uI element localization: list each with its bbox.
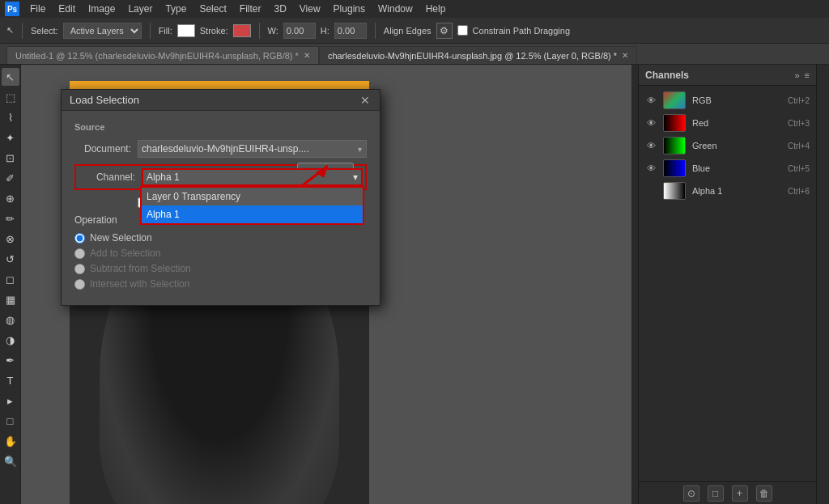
document-row: Document: charlesdeluvio-Mv9hjnEUIHR4-un…	[74, 140, 367, 158]
channel-label: Channel:	[79, 172, 135, 183]
separator-4	[375, 23, 376, 39]
operation-intersect-row: Intersect with Selection	[74, 278, 367, 290]
menu-layer[interactable]: Layer	[122, 2, 158, 16]
channel-alpha1[interactable]: 👁 Alpha 1 Ctrl+6	[639, 180, 816, 202]
menu-3d[interactable]: 3D	[268, 2, 291, 16]
scroll-hint	[631, 65, 638, 504]
radio-intersect-selection-label: Intersect with Selection	[90, 278, 189, 290]
channel-red-name: Red	[692, 118, 781, 128]
width-label: W:	[268, 26, 278, 36]
fill-color[interactable]	[177, 24, 195, 37]
select-dropdown[interactable]: Active Layers	[63, 23, 142, 39]
channel-green[interactable]: 👁 Green Ctrl+4	[639, 134, 816, 157]
menu-filter[interactable]: Filter	[234, 2, 267, 16]
dialog-titlebar: Load Selection ✕	[62, 90, 380, 111]
blur-tool[interactable]: ◍	[2, 311, 19, 328]
brush-tool[interactable]: ✏	[2, 210, 19, 227]
menu-select[interactable]: Select	[193, 2, 232, 16]
stroke-color[interactable]	[233, 24, 251, 37]
radio-new-selection[interactable]	[74, 233, 85, 244]
panel-expand-icon[interactable]: »	[794, 70, 799, 80]
eyedropper-tool[interactable]: ✐	[2, 169, 19, 187]
document-select-wrapper: charlesdeluvio-Mv9hjnEUIHR4-unsp.... ▾	[138, 140, 367, 158]
zoom-tool[interactable]: 🔍	[2, 452, 19, 470]
tab-active-label: charlesdeluvio-Mv9hjnEUIHR4-unsplash.jpg…	[328, 51, 617, 61]
crop-tool[interactable]: ⊡	[2, 149, 19, 167]
panel-header-icons: » ≡	[794, 70, 810, 80]
channel-rgb[interactable]: 👁 RGB Ctrl+2	[639, 89, 816, 112]
move-tool[interactable]: ↖	[2, 68, 19, 86]
dodge-tool[interactable]: ◑	[2, 331, 19, 349]
menu-edit[interactable]: Edit	[53, 2, 81, 16]
channel-selected-value: Alpha 1	[147, 172, 180, 183]
dialog-close-button[interactable]: ✕	[359, 94, 372, 107]
gear-icon[interactable]: ⚙	[436, 23, 453, 39]
channel-green-name: Green	[692, 141, 781, 150]
menu-window[interactable]: Window	[372, 2, 419, 16]
radio-add-selection[interactable]	[74, 248, 85, 259]
constrain-label: Constrain Path Dragging	[473, 26, 570, 36]
stroke-label: Stroke:	[200, 26, 228, 36]
far-right-strip	[816, 65, 829, 504]
align-edges-label: Align Edges	[384, 26, 432, 36]
channel-option-alpha1[interactable]: Alpha 1	[142, 205, 363, 223]
channel-alpha1-thumb	[663, 182, 686, 200]
channel-alpha1-visibility[interactable]: 👁	[645, 185, 657, 197]
panel-menu-icon[interactable]: ≡	[805, 70, 810, 80]
history-brush-tool[interactable]: ↺	[2, 250, 19, 268]
channel-blue-visibility[interactable]: 👁	[645, 163, 657, 174]
fill-label: Fill:	[159, 26, 172, 36]
source-section-label: Source	[74, 122, 367, 132]
channel-blue-thumb	[663, 159, 686, 177]
menu-view[interactable]: View	[294, 2, 326, 16]
menu-type[interactable]: Type	[159, 2, 192, 16]
delete-channel-btn[interactable]: 🗑	[756, 485, 772, 502]
dotted-circle-btn[interactable]: ⊙	[683, 485, 699, 502]
marquee-tool[interactable]: ⬚	[2, 88, 19, 106]
tab-untitled-close[interactable]: ✕	[304, 51, 310, 60]
clone-stamp-tool[interactable]: ⊗	[2, 230, 19, 248]
radio-intersect-selection[interactable]	[74, 279, 85, 290]
radio-subtract-selection[interactable]	[74, 264, 85, 274]
healing-brush-tool[interactable]: ⊕	[2, 189, 19, 207]
channel-dropdown-wrapper: Alpha 1 ▾ Layer 0 Transparency Alpha 1	[142, 168, 363, 186]
radio-add-selection-label: Add to Selection	[90, 248, 160, 259]
constrain-checkbox[interactable]	[457, 25, 468, 36]
width-input[interactable]	[283, 23, 316, 39]
new-channel-btn[interactable]: +	[732, 485, 748, 502]
pen-tool[interactable]: ✒	[2, 351, 19, 369]
dialog-title: Load Selection	[70, 94, 139, 106]
eraser-tool[interactable]: ◻	[2, 270, 19, 288]
channel-option-transparency[interactable]: Layer 0 Transparency	[142, 188, 363, 205]
channels-bottom-toolbar: ⊙ □ + 🗑	[639, 481, 816, 504]
channel-red-visibility[interactable]: 👁	[645, 117, 657, 129]
save-selection-btn[interactable]: □	[708, 485, 724, 502]
channel-green-visibility[interactable]: 👁	[645, 140, 657, 151]
load-selection-dialog[interactable]: Load Selection ✕ OK Cancel Source Docume…	[61, 89, 380, 306]
path-selection-tool[interactable]: ▸	[2, 392, 19, 409]
channel-blue[interactable]: 👁 Blue Ctrl+5	[639, 157, 816, 180]
magic-wand-tool[interactable]: ✦	[2, 129, 19, 146]
hand-tool[interactable]: ✋	[2, 432, 19, 450]
menu-image[interactable]: Image	[83, 2, 121, 16]
menu-file[interactable]: File	[24, 2, 51, 16]
lasso-tool[interactable]: ⌇	[2, 108, 19, 126]
tab-active-close[interactable]: ✕	[622, 51, 628, 60]
tab-untitled[interactable]: Untitled-1 @ 12.5% (charlesdeluvio-Mv9hj…	[6, 46, 319, 64]
radio-new-selection-label: New Selection	[90, 232, 152, 244]
eye-icon-rgb: 👁	[647, 95, 656, 105]
channel-red[interactable]: 👁 Red Ctrl+3	[639, 112, 816, 134]
rectangle-tool[interactable]: □	[2, 412, 19, 430]
gradient-tool[interactable]: ▦	[2, 290, 19, 308]
channel-display[interactable]: Alpha 1 ▾	[142, 168, 363, 186]
height-input[interactable]	[334, 23, 367, 39]
menu-help[interactable]: Help	[420, 2, 452, 16]
operation-add-row: Add to Selection	[74, 248, 367, 259]
channel-rgb-visibility[interactable]: 👁	[645, 95, 657, 106]
type-tool[interactable]: T	[2, 371, 19, 389]
channel-red-thumb	[663, 114, 686, 132]
document-select[interactable]: charlesdeluvio-Mv9hjnEUIHR4-unsp....	[138, 140, 367, 158]
tab-active[interactable]: charlesdeluvio-Mv9hjnEUIHR4-unsplash.jpg…	[319, 46, 637, 64]
channel-blue-shortcut: Ctrl+5	[788, 164, 810, 173]
menu-plugins[interactable]: Plugins	[328, 2, 371, 16]
